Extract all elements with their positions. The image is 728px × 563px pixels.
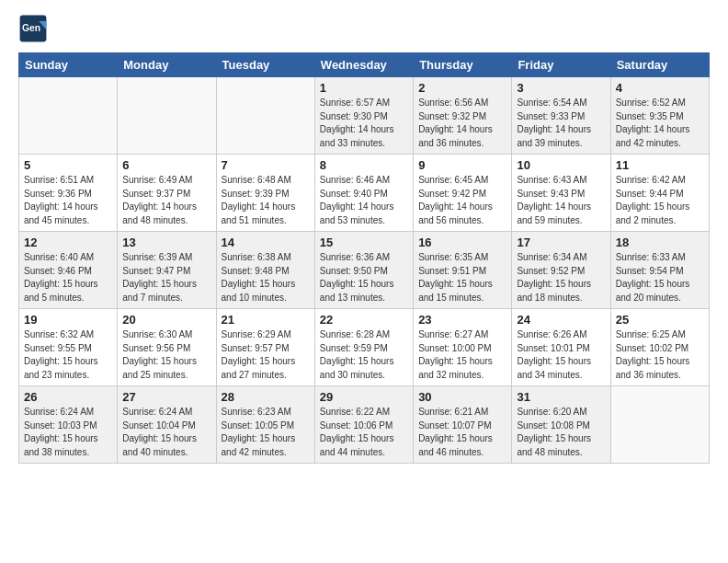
day-info: Sunrise: 6:48 AM Sunset: 9:39 PM Dayligh… xyxy=(222,174,310,227)
calendar-day: 31Sunrise: 6:20 AM Sunset: 10:08 PM Dayl… xyxy=(512,386,610,464)
day-info: Sunrise: 6:28 AM Sunset: 9:59 PM Dayligh… xyxy=(320,328,408,382)
calendar-day: 3Sunrise: 6:54 AM Sunset: 9:33 PM Daylig… xyxy=(512,77,610,155)
calendar-day: 1Sunrise: 6:57 AM Sunset: 9:30 PM Daylig… xyxy=(314,77,413,155)
calendar-body: 1Sunrise: 6:57 AM Sunset: 9:30 PM Daylig… xyxy=(19,77,710,464)
day-info: Sunrise: 6:26 AM Sunset: 10:01 PM Daylig… xyxy=(517,328,605,382)
weekday-header: Sunday xyxy=(19,53,118,77)
calendar-day: 18Sunrise: 6:33 AM Sunset: 9:54 PM Dayli… xyxy=(610,232,709,309)
day-info: Sunrise: 6:57 AM Sunset: 9:30 PM Dayligh… xyxy=(320,97,408,150)
day-info: Sunrise: 6:23 AM Sunset: 10:05 PM Daylig… xyxy=(222,406,310,459)
calendar-day: 29Sunrise: 6:22 AM Sunset: 10:06 PM Dayl… xyxy=(314,386,413,464)
day-info: Sunrise: 6:39 AM Sunset: 9:47 PM Dayligh… xyxy=(122,251,210,304)
day-info: Sunrise: 6:21 AM Sunset: 10:07 PM Daylig… xyxy=(418,406,506,459)
weekday-header: Wednesday xyxy=(314,53,413,77)
day-number: 17 xyxy=(517,236,605,249)
weekday-row: SundayMondayTuesdayWednesdayThursdayFrid… xyxy=(19,53,710,77)
calendar-day xyxy=(118,77,216,155)
calendar-day: 15Sunrise: 6:36 AM Sunset: 9:50 PM Dayli… xyxy=(314,232,413,309)
calendar-day: 14Sunrise: 6:38 AM Sunset: 9:48 PM Dayli… xyxy=(216,232,314,309)
day-info: Sunrise: 6:43 AM Sunset: 9:43 PM Dayligh… xyxy=(517,174,605,227)
calendar-day xyxy=(19,77,118,155)
header: Gen xyxy=(18,14,710,43)
calendar-day: 27Sunrise: 6:24 AM Sunset: 10:04 PM Dayl… xyxy=(118,386,216,464)
calendar-day: 12Sunrise: 6:40 AM Sunset: 9:46 PM Dayli… xyxy=(19,232,118,309)
calendar-day: 17Sunrise: 6:34 AM Sunset: 9:52 PM Dayli… xyxy=(512,232,610,309)
calendar-day: 23Sunrise: 6:27 AM Sunset: 10:00 PM Dayl… xyxy=(414,309,512,386)
day-number: 23 xyxy=(418,313,506,327)
day-info: Sunrise: 6:40 AM Sunset: 9:46 PM Dayligh… xyxy=(24,251,112,304)
day-info: Sunrise: 6:34 AM Sunset: 9:52 PM Dayligh… xyxy=(517,251,605,304)
calendar: SundayMondayTuesdayWednesdayThursdayFrid… xyxy=(18,52,710,464)
calendar-week: 12Sunrise: 6:40 AM Sunset: 9:46 PM Dayli… xyxy=(19,232,710,309)
calendar-day: 21Sunrise: 6:29 AM Sunset: 9:57 PM Dayli… xyxy=(216,309,314,386)
day-number: 21 xyxy=(222,313,310,327)
day-number: 13 xyxy=(122,236,210,249)
day-info: Sunrise: 6:36 AM Sunset: 9:50 PM Dayligh… xyxy=(320,251,408,304)
calendar-day: 8Sunrise: 6:46 AM Sunset: 9:40 PM Daylig… xyxy=(314,155,413,232)
day-info: Sunrise: 6:52 AM Sunset: 9:35 PM Dayligh… xyxy=(616,97,704,150)
calendar-week: 1Sunrise: 6:57 AM Sunset: 9:30 PM Daylig… xyxy=(19,77,710,155)
day-number: 11 xyxy=(616,158,704,172)
day-number: 19 xyxy=(24,313,112,327)
day-info: Sunrise: 6:42 AM Sunset: 9:44 PM Dayligh… xyxy=(616,174,704,227)
day-number: 4 xyxy=(616,81,704,95)
calendar-day: 11Sunrise: 6:42 AM Sunset: 9:44 PM Dayli… xyxy=(610,155,709,232)
day-info: Sunrise: 6:24 AM Sunset: 10:03 PM Daylig… xyxy=(24,406,112,459)
day-number: 31 xyxy=(517,390,605,404)
calendar-day: 22Sunrise: 6:28 AM Sunset: 9:59 PM Dayli… xyxy=(314,309,413,386)
day-info: Sunrise: 6:54 AM Sunset: 9:33 PM Dayligh… xyxy=(517,97,605,150)
calendar-day: 19Sunrise: 6:32 AM Sunset: 9:55 PM Dayli… xyxy=(19,309,118,386)
calendar-day: 26Sunrise: 6:24 AM Sunset: 10:03 PM Dayl… xyxy=(19,386,118,464)
day-info: Sunrise: 6:32 AM Sunset: 9:55 PM Dayligh… xyxy=(24,328,112,382)
day-info: Sunrise: 6:22 AM Sunset: 10:06 PM Daylig… xyxy=(320,406,408,459)
day-number: 5 xyxy=(24,158,112,172)
day-number: 16 xyxy=(418,236,506,249)
calendar-day: 16Sunrise: 6:35 AM Sunset: 9:51 PM Dayli… xyxy=(414,232,512,309)
calendar-week: 26Sunrise: 6:24 AM Sunset: 10:03 PM Dayl… xyxy=(19,386,710,464)
day-number: 7 xyxy=(222,158,310,172)
logo: Gen xyxy=(18,14,51,43)
day-info: Sunrise: 6:30 AM Sunset: 9:56 PM Dayligh… xyxy=(122,328,210,382)
day-info: Sunrise: 6:49 AM Sunset: 9:37 PM Dayligh… xyxy=(122,174,210,227)
calendar-day: 7Sunrise: 6:48 AM Sunset: 9:39 PM Daylig… xyxy=(216,155,314,232)
calendar-week: 5Sunrise: 6:51 AM Sunset: 9:36 PM Daylig… xyxy=(19,155,710,232)
day-number: 28 xyxy=(222,390,310,404)
day-number: 3 xyxy=(517,81,605,95)
day-info: Sunrise: 6:56 AM Sunset: 9:32 PM Dayligh… xyxy=(418,97,506,150)
day-number: 27 xyxy=(122,390,210,404)
calendar-day: 5Sunrise: 6:51 AM Sunset: 9:36 PM Daylig… xyxy=(19,155,118,232)
calendar-day: 20Sunrise: 6:30 AM Sunset: 9:56 PM Dayli… xyxy=(118,309,216,386)
weekday-header: Tuesday xyxy=(216,53,314,77)
day-number: 30 xyxy=(418,390,506,404)
calendar-day: 13Sunrise: 6:39 AM Sunset: 9:47 PM Dayli… xyxy=(118,232,216,309)
day-info: Sunrise: 6:51 AM Sunset: 9:36 PM Dayligh… xyxy=(24,174,112,227)
day-number: 14 xyxy=(222,236,310,249)
day-info: Sunrise: 6:20 AM Sunset: 10:08 PM Daylig… xyxy=(517,406,605,459)
day-info: Sunrise: 6:25 AM Sunset: 10:02 PM Daylig… xyxy=(616,328,704,382)
calendar-day: 25Sunrise: 6:25 AM Sunset: 10:02 PM Dayl… xyxy=(610,309,709,386)
weekday-header: Monday xyxy=(118,53,216,77)
day-number: 10 xyxy=(517,158,605,172)
day-number: 20 xyxy=(122,313,210,327)
day-number: 15 xyxy=(320,236,408,249)
day-number: 18 xyxy=(616,236,704,249)
calendar-week: 19Sunrise: 6:32 AM Sunset: 9:55 PM Dayli… xyxy=(19,309,710,386)
logo-icon: Gen xyxy=(18,14,48,43)
day-number: 2 xyxy=(418,81,506,95)
day-info: Sunrise: 6:35 AM Sunset: 9:51 PM Dayligh… xyxy=(418,251,506,304)
day-info: Sunrise: 6:33 AM Sunset: 9:54 PM Dayligh… xyxy=(616,251,704,304)
weekday-header: Saturday xyxy=(610,53,709,77)
calendar-day: 10Sunrise: 6:43 AM Sunset: 9:43 PM Dayli… xyxy=(512,155,610,232)
page-container: Gen SundayMondayTuesdayWednesdayThursday… xyxy=(0,0,728,477)
day-number: 24 xyxy=(517,313,605,327)
weekday-header: Friday xyxy=(512,53,610,77)
calendar-day xyxy=(610,386,709,464)
day-info: Sunrise: 6:24 AM Sunset: 10:04 PM Daylig… xyxy=(122,406,210,459)
calendar-day: 24Sunrise: 6:26 AM Sunset: 10:01 PM Dayl… xyxy=(512,309,610,386)
day-number: 29 xyxy=(320,390,408,404)
day-number: 12 xyxy=(24,236,112,249)
day-info: Sunrise: 6:45 AM Sunset: 9:42 PM Dayligh… xyxy=(418,174,506,227)
calendar-day: 28Sunrise: 6:23 AM Sunset: 10:05 PM Dayl… xyxy=(216,386,314,464)
day-info: Sunrise: 6:38 AM Sunset: 9:48 PM Dayligh… xyxy=(222,251,310,304)
day-number: 1 xyxy=(320,81,408,95)
